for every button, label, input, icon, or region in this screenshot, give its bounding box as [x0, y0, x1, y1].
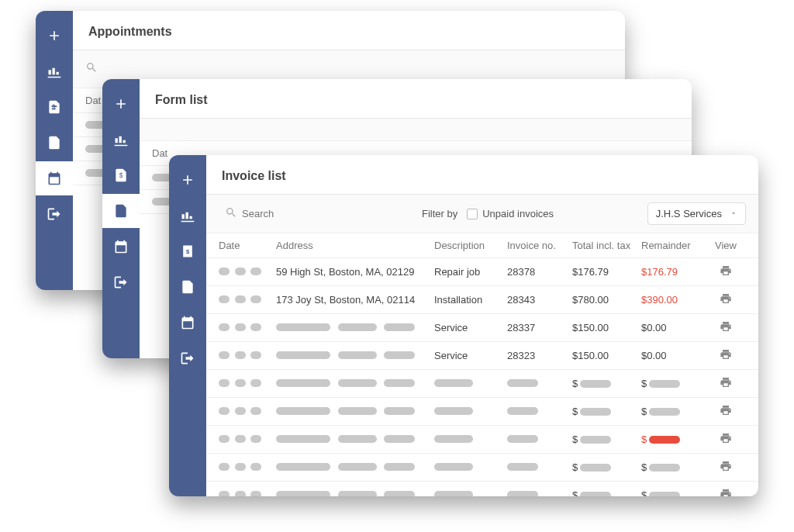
cell-view	[710, 404, 741, 419]
cell-remainder: $390.00	[641, 294, 707, 306]
col-invoice-no: Invoice no.	[507, 240, 569, 251]
cell-date	[219, 266, 273, 278]
table-row: 59 High St, Boston, MA, 02129Repair job2…	[206, 258, 758, 286]
col-remainder: Remainder	[641, 240, 707, 251]
print-icon[interactable]	[720, 432, 732, 444]
cell-address	[276, 461, 431, 473]
sidebar: $	[36, 11, 73, 290]
table-row: Service28323$150.00$0.00	[206, 342, 758, 370]
cell-invoice-no	[507, 406, 569, 417]
cell-view	[710, 432, 741, 447]
cell-address	[276, 378, 431, 389]
sidebar-forms[interactable]	[102, 194, 140, 228]
sidebar: $	[102, 79, 140, 358]
col-date: Date	[219, 240, 273, 251]
cell-total: $	[572, 489, 638, 496]
cell-remainder: $0.00	[641, 350, 707, 361]
sidebar-appointments[interactable]	[169, 306, 206, 340]
sidebar-chart[interactable]	[169, 199, 206, 233]
table-header: Date Address Description Invoice no. Tot…	[206, 233, 758, 258]
cell-date	[219, 434, 273, 445]
search-box[interactable]	[219, 203, 413, 225]
print-icon[interactable]	[720, 488, 732, 496]
cell-invoice-no	[507, 434, 569, 445]
svg-text:$: $	[119, 171, 123, 179]
cell-address	[276, 406, 431, 417]
sidebar-invoices[interactable]: $	[36, 90, 73, 124]
cell-view	[710, 488, 741, 496]
cell-invoice-no	[507, 461, 569, 473]
print-icon[interactable]	[720, 460, 732, 472]
toolbar: Filter by Unpaid invoices J.H.S Services	[206, 195, 758, 233]
cell-remainder: $176.79	[641, 266, 707, 278]
cell-description: Service	[434, 322, 504, 333]
chevron-down-icon	[730, 208, 737, 219]
sidebar-appointments[interactable]	[102, 230, 140, 264]
print-icon[interactable]	[720, 348, 732, 361]
sidebar-logout[interactable]	[36, 197, 73, 231]
sidebar-invoices[interactable]: $	[102, 158, 140, 192]
print-icon[interactable]	[720, 404, 732, 416]
cell-view	[710, 376, 741, 391]
table-row: $ $	[206, 398, 758, 426]
search-input[interactable]	[242, 208, 397, 219]
col-address: Address	[276, 240, 431, 251]
sidebar-chart[interactable]	[102, 123, 140, 157]
sidebar-logout[interactable]	[102, 265, 140, 299]
cell-description	[434, 378, 504, 389]
sidebar-logout[interactable]	[169, 341, 206, 375]
unpaid-label: Unpaid invoices	[482, 208, 554, 219]
print-icon[interactable]	[720, 292, 732, 305]
table-row: Service28337$150.00$0.00	[206, 314, 758, 342]
sidebar-chart[interactable]	[36, 54, 73, 88]
cell-view	[710, 348, 741, 363]
sidebar-add[interactable]	[169, 163, 206, 197]
cell-address	[276, 434, 431, 445]
svg-text:$: $	[52, 103, 56, 111]
cell-address	[276, 322, 431, 333]
cell-total: $150.00	[572, 350, 638, 361]
print-icon[interactable]	[720, 264, 732, 277]
table-row: $ $	[206, 482, 758, 496]
cell-description: Repair job	[434, 266, 504, 278]
table-row: $ $	[206, 370, 758, 398]
page-title: Appointments	[73, 11, 625, 50]
print-icon[interactable]	[720, 320, 732, 333]
toolbar	[140, 119, 692, 141]
sidebar-add[interactable]	[36, 19, 73, 53]
sidebar-appointments[interactable]	[36, 161, 73, 195]
page-title: Invoice list	[206, 155, 758, 195]
cell-remainder: $	[641, 489, 707, 496]
invoice-table: Date Address Description Invoice no. Tot…	[206, 233, 758, 496]
cell-invoice-no: 28323	[507, 350, 569, 361]
sidebar-forms[interactable]	[36, 126, 73, 160]
cell-remainder: $	[641, 461, 707, 473]
sidebar-forms[interactable]	[169, 270, 206, 304]
cell-address: 59 High St, Boston, MA, 02129	[276, 266, 431, 278]
cell-date	[219, 489, 273, 496]
cell-description: Service	[434, 350, 504, 361]
cell-date	[219, 322, 273, 333]
cell-remainder: $0.00	[641, 322, 707, 333]
cell-date	[219, 406, 273, 417]
sidebar-add[interactable]	[102, 87, 140, 121]
cell-date	[219, 461, 273, 473]
cell-address	[276, 489, 431, 496]
table-row: $ $	[206, 454, 758, 482]
cell-invoice-no: 28343	[507, 294, 569, 306]
filter-by-label: Filter by	[422, 208, 457, 219]
cell-view	[710, 320, 741, 335]
cell-total: $	[572, 434, 638, 445]
cell-date	[219, 378, 273, 389]
sidebar-invoices[interactable]: $	[169, 234, 206, 268]
cell-total: $780.00	[572, 294, 638, 306]
cell-total: $	[572, 461, 638, 473]
company-select[interactable]: J.H.S Services	[647, 202, 746, 225]
cell-description: Installation	[434, 294, 504, 306]
cell-remainder: $	[641, 434, 707, 445]
unpaid-invoices-checkbox[interactable]: Unpaid invoices	[467, 208, 554, 219]
cell-date	[219, 294, 273, 306]
cell-invoice-no: 28337	[507, 322, 569, 333]
cell-address: 173 Joy St, Boston, MA, 02114	[276, 294, 431, 306]
print-icon[interactable]	[720, 376, 732, 389]
